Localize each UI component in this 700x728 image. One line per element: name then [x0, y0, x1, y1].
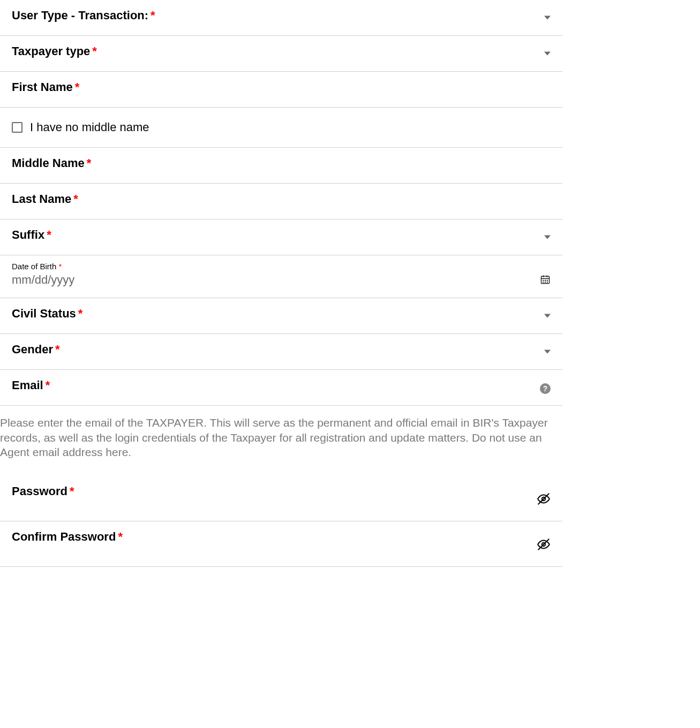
- dob-placeholder: mm/dd/yyyy: [12, 273, 551, 287]
- required-asterisk: *: [55, 343, 60, 357]
- civil-status-label: Civil Status: [12, 307, 76, 321]
- taxpayer-type-label: Taxpayer type: [12, 44, 90, 58]
- dob-label: Date of Birth *: [12, 262, 551, 271]
- chevron-down-icon: [544, 236, 551, 239]
- required-asterisk: *: [47, 228, 51, 242]
- email-input[interactable]: Email * ?: [0, 370, 562, 406]
- email-label: Email: [12, 378, 43, 392]
- svg-point-4: [543, 280, 544, 280]
- chevron-down-icon: [544, 314, 551, 318]
- dob-input[interactable]: Date of Birth * mm/dd/yyyy: [0, 255, 562, 298]
- required-asterisk: *: [75, 80, 80, 94]
- registration-form: User Type - Transaction: * Taxpayer type…: [0, 0, 562, 567]
- middle-name-input[interactable]: Middle Name *: [0, 148, 562, 184]
- suffix-label: Suffix: [12, 228, 44, 242]
- middle-name-label: Middle Name: [12, 156, 85, 170]
- user-type-label: User Type - Transaction:: [12, 9, 148, 22]
- user-type-select[interactable]: User Type - Transaction: *: [0, 0, 562, 36]
- confirm-password-label: Confirm Password: [12, 530, 116, 544]
- required-asterisk: *: [59, 262, 62, 271]
- first-name-label: First Name: [12, 80, 73, 94]
- eye-off-icon[interactable]: [537, 537, 551, 553]
- required-asterisk: *: [118, 530, 123, 544]
- required-asterisk: *: [70, 484, 74, 498]
- last-name-input[interactable]: Last Name *: [0, 184, 562, 219]
- required-asterisk: *: [87, 156, 92, 170]
- help-icon[interactable]: ?: [540, 383, 551, 394]
- password-label: Password: [12, 484, 67, 498]
- first-name-input[interactable]: First Name *: [0, 72, 562, 108]
- confirm-password-input[interactable]: Confirm Password *: [0, 521, 562, 567]
- taxpayer-type-select[interactable]: Taxpayer type *: [0, 36, 562, 72]
- chevron-down-icon: [544, 52, 551, 56]
- required-asterisk: *: [78, 307, 83, 321]
- chevron-down-icon: [544, 16, 551, 20]
- svg-point-5: [545, 280, 546, 280]
- gender-label: Gender: [12, 343, 53, 357]
- password-input[interactable]: Password *: [0, 476, 562, 521]
- civil-status-select[interactable]: Civil Status *: [0, 298, 562, 334]
- svg-point-8: [545, 282, 546, 283]
- required-asterisk: *: [150, 9, 155, 22]
- calendar-icon[interactable]: [540, 274, 551, 287]
- no-middle-name-row: I have no middle name: [0, 108, 562, 148]
- no-middle-name-label: I have no middle name: [30, 120, 149, 134]
- svg-point-6: [547, 280, 547, 280]
- email-help-text: Please enter the email of the TAXPAYER. …: [0, 406, 562, 476]
- required-asterisk: *: [92, 44, 97, 58]
- svg-point-9: [547, 282, 547, 283]
- last-name-label: Last Name: [12, 192, 71, 206]
- chevron-down-icon: [544, 350, 551, 354]
- required-asterisk: *: [73, 192, 78, 206]
- suffix-select[interactable]: Suffix *: [0, 219, 562, 255]
- required-asterisk: *: [46, 378, 50, 392]
- no-middle-name-checkbox[interactable]: [12, 122, 22, 133]
- gender-select[interactable]: Gender *: [0, 334, 562, 370]
- eye-off-icon[interactable]: [537, 492, 551, 508]
- svg-point-7: [543, 282, 544, 283]
